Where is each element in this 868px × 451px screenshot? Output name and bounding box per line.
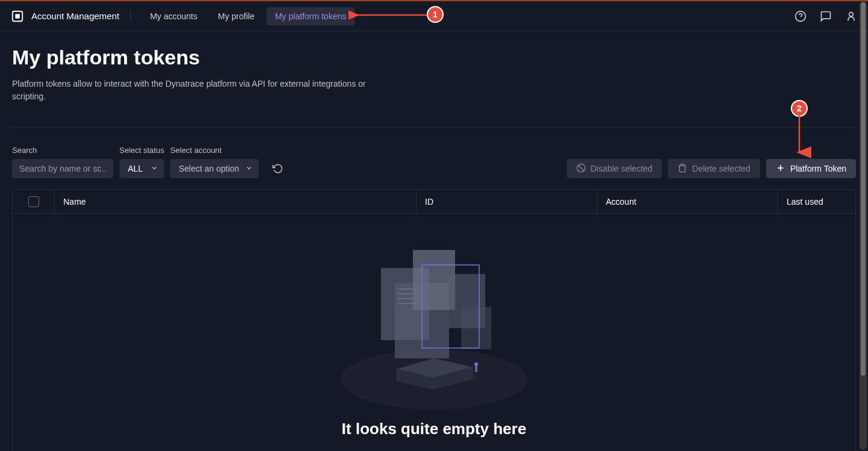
table-header: Name ID Account Last used <box>13 190 855 214</box>
empty-state: It looks quite empty here Tokens will ap… <box>13 214 855 451</box>
select-all-checkbox[interactable] <box>28 196 39 207</box>
status-group: Select status ALL <box>119 146 164 178</box>
divider <box>12 127 856 128</box>
tab-my-platform-tokens[interactable]: My platform tokens <box>266 7 354 25</box>
svg-rect-24 <box>476 366 477 372</box>
token-table: Name ID Account Last used <box>12 189 856 451</box>
account-label: Select account <box>170 146 258 155</box>
create-label: Platform Token <box>790 164 846 173</box>
controls-row: Search Select status ALL Select account … <box>12 146 856 178</box>
svg-line-6 <box>578 165 583 170</box>
scrollbar[interactable] <box>860 1 867 450</box>
account-value: Select an option <box>178 164 239 173</box>
reset-button[interactable] <box>268 159 288 178</box>
page-title: My platform tokens <box>12 46 856 69</box>
help-icon[interactable] <box>794 10 807 22</box>
tab-my-accounts[interactable]: My accounts <box>142 7 206 25</box>
disable-selected-button[interactable]: Disable selected <box>567 159 662 178</box>
id-column-header[interactable]: ID <box>417 190 597 213</box>
status-label: Select status <box>119 146 164 155</box>
disable-icon <box>576 163 586 175</box>
name-column-header[interactable]: Name <box>55 190 417 213</box>
status-select[interactable]: ALL <box>119 159 164 178</box>
status-value: ALL <box>128 164 143 173</box>
page-description: Platform tokens allow to interact with t… <box>12 78 371 103</box>
svg-rect-15 <box>413 250 455 310</box>
main-content: My platform tokens Platform tokens allow… <box>0 31 868 451</box>
svg-rect-1 <box>15 14 19 18</box>
empty-illustration <box>338 238 530 412</box>
delete-selected-button[interactable]: Delete selected <box>668 159 760 178</box>
header-icons <box>794 10 857 22</box>
select-all-cell <box>13 190 55 213</box>
account-column-header[interactable]: Account <box>597 190 778 213</box>
disable-label: Disable selected <box>591 164 653 173</box>
app-logo-icon <box>11 10 24 23</box>
search-group: Search <box>12 146 113 178</box>
account-select[interactable]: Select an option <box>170 159 258 178</box>
chevron-down-icon <box>245 164 253 173</box>
svg-point-4 <box>849 12 854 16</box>
app-header: Account Management My accounts My profil… <box>0 1 868 31</box>
svg-rect-17 <box>461 307 491 349</box>
delete-label: Delete selected <box>692 164 750 173</box>
chat-icon[interactable] <box>820 10 832 22</box>
last-used-column-header[interactable]: Last used <box>778 190 855 213</box>
user-icon[interactable] <box>845 10 857 22</box>
search-label: Search <box>12 146 113 155</box>
top-accent-border <box>0 0 868 1</box>
account-group: Select account Select an option <box>170 146 258 178</box>
plus-icon <box>776 163 785 175</box>
nav-tabs: My accounts My profile My platform token… <box>142 7 355 25</box>
trash-icon <box>678 163 687 175</box>
app-title: Account Management <box>31 11 131 21</box>
create-platform-token-button[interactable]: Platform Token <box>766 159 856 178</box>
search-input[interactable] <box>12 159 113 178</box>
empty-title: It looks quite empty here <box>342 420 526 438</box>
svg-point-23 <box>474 362 478 366</box>
scrollbar-thumb[interactable] <box>861 2 866 376</box>
chevron-down-icon <box>151 164 158 173</box>
tab-my-profile[interactable]: My profile <box>210 7 263 25</box>
